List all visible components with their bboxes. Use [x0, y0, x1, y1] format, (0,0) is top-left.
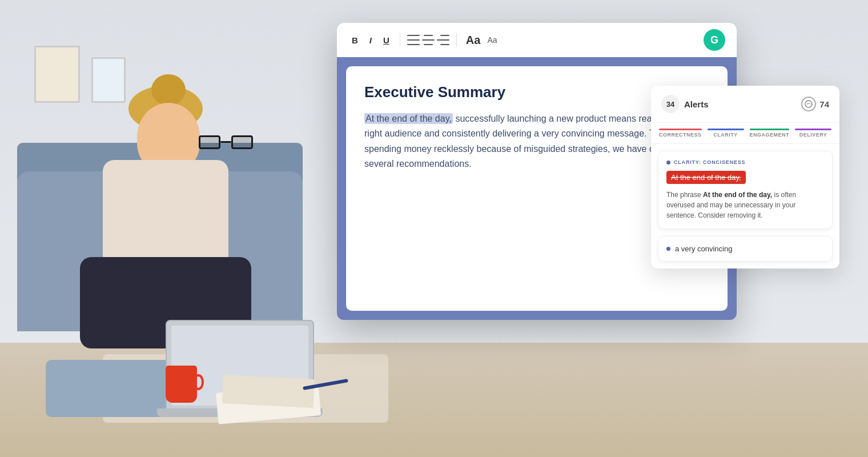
divider-1	[400, 33, 400, 47]
highlighted-phrase: At the end of the day,	[364, 113, 453, 124]
tab-delivery[interactable]: DELIVERY	[795, 129, 831, 138]
tab-delivery-label: DELIVERY	[799, 132, 827, 138]
delivery-indicator	[795, 129, 831, 130]
person-glasses	[199, 134, 253, 151]
alert-dot	[666, 161, 670, 165]
sidebar-panel: 34 Alerts 74 CORRECTNESS CLARITY ENGAGEM…	[651, 86, 839, 268]
tab-clarity[interactable]: CLARITY	[708, 129, 744, 138]
glasses-bridge	[220, 141, 231, 143]
secondary-alert-text: a very convincing	[675, 244, 732, 253]
primary-alert-card[interactable]: CLARITY: CONCISENESS At the end of the d…	[658, 151, 833, 229]
font-size-small-button[interactable]: Aa	[487, 35, 497, 45]
glasses-right	[231, 135, 253, 149]
wall-frame-1	[34, 46, 80, 103]
books	[217, 377, 331, 423]
underline-button[interactable]: U	[380, 33, 393, 47]
score-number: 74	[819, 99, 829, 109]
sidebar-header: 34 Alerts 74	[651, 86, 839, 123]
correctness-indicator	[659, 129, 702, 130]
grammarly-logo-button[interactable]: G	[704, 29, 725, 51]
engagement-indicator	[750, 129, 790, 130]
tab-correctness[interactable]: CORRECTNESS	[659, 129, 702, 138]
italic-button[interactable]: I	[366, 33, 375, 47]
person-hair-bun	[151, 74, 186, 106]
score-icon	[801, 97, 816, 111]
clarity-indicator	[708, 129, 744, 130]
align-center-button[interactable]	[422, 35, 435, 45]
coffee-cup	[166, 366, 197, 403]
tab-engagement[interactable]: ENGAGEMENT	[750, 129, 790, 138]
bold-button[interactable]: B	[348, 33, 361, 47]
alert-type: CLARITY: CONCISENESS	[666, 159, 824, 165]
tab-engagement-label: ENGAGEMENT	[750, 132, 790, 138]
alert-description: The phrase At the end of the day, is oft…	[666, 190, 824, 221]
tab-correctness-label: CORRECTNESS	[659, 132, 702, 138]
alert-type-text: CLARITY: CONCISENESS	[674, 159, 745, 165]
sidebar-tabs[interactable]: CORRECTNESS CLARITY ENGAGEMENT DELIVERY	[651, 123, 839, 144]
align-buttons	[407, 35, 449, 45]
align-right-button[interactable]	[437, 35, 449, 45]
highlighted-error-text: At the end of the day,	[666, 171, 746, 184]
book-2	[222, 375, 315, 408]
divider-2	[456, 33, 457, 47]
alerts-badge: 34	[661, 95, 680, 113]
alerts-label: Alerts	[684, 99, 801, 109]
score-area: 74	[801, 97, 829, 111]
secondary-alert-dot	[666, 247, 670, 251]
tab-clarity-label: CLARITY	[713, 132, 738, 138]
editor-toolbar: B I U Aa Aa G	[337, 23, 737, 57]
secondary-alert-card[interactable]: a very convincing	[658, 236, 833, 262]
glasses-left	[199, 135, 220, 149]
align-left-button[interactable]	[407, 35, 420, 45]
svg-point-0	[805, 101, 812, 107]
font-size-large-button[interactable]: Aa	[466, 34, 481, 47]
wall-frame-2	[91, 57, 126, 103]
